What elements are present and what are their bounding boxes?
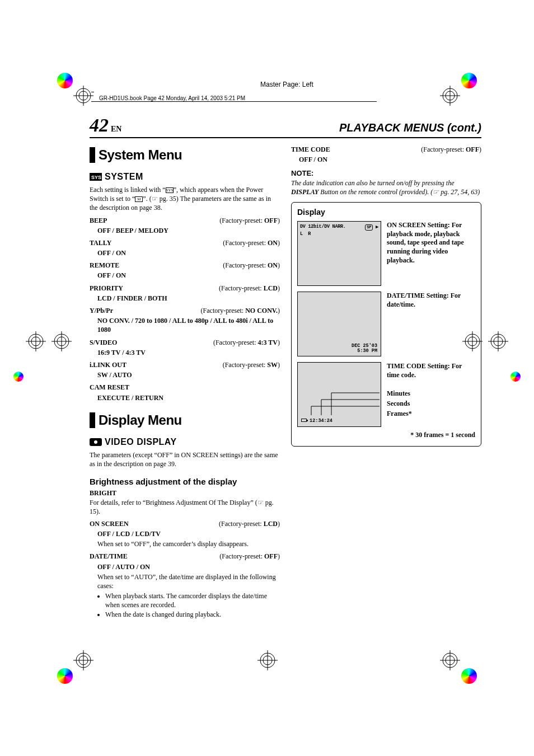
screen-time: 5:30 PM <box>352 349 377 354</box>
setting-name: i.LINK OUT <box>90 360 127 369</box>
camcorder-screen-onscreen: DV 12bit/DV NARR. SP ▶ L R <box>297 221 381 286</box>
color-registration-ball <box>57 73 73 88</box>
tc-seconds-label: Seconds <box>387 400 470 408</box>
text: The date indication can also be turned o… <box>291 179 455 187</box>
setting-row: TALLY(Factory-preset: ON) <box>90 238 280 247</box>
setting-preset: (Factory-preset: ON) <box>223 261 280 270</box>
camcorder-screen-datetime: DEC 25'03 5:30 PM <box>297 292 381 356</box>
setting-opts: OFF / BEEP / MELODY <box>97 226 280 235</box>
video-display-para: The parameters (except “OFF” in ON SCREE… <box>90 450 280 468</box>
setting-preset: (Factory-preset: SW) <box>223 360 280 369</box>
date-time-bullets: When playback starts. The camcorder disp… <box>102 591 280 619</box>
setting-preset: (Factory-preset: OFF) <box>219 216 280 225</box>
screen-timecode: 12:34:24 <box>301 418 332 424</box>
setting-preset: (Factory-preset: ON) <box>223 238 280 247</box>
crosshair-icon <box>73 86 93 106</box>
color-registration-ball <box>461 73 477 88</box>
setting-name: REMOTE <box>90 261 119 270</box>
screen-row-1: DV 12bit/DV NARR. SP ▶ L R ON SCREEN Set… <box>297 221 475 286</box>
video-display-icon <box>90 438 102 446</box>
rule <box>91 92 94 92</box>
setting-opts: OFF / ON <box>97 271 280 280</box>
setting-opts: EXECUTE / RETURN <box>97 393 280 402</box>
settings-list: BEEP(Factory-preset: OFF)OFF / BEEP / ME… <box>90 216 280 402</box>
crosshair-icon <box>73 650 93 670</box>
page-header: 42EN PLAYBACK MENUS (cont.) <box>90 115 481 138</box>
setting-name: TIME CODE <box>291 145 330 154</box>
setting-name: Y/Pb/Pr <box>90 306 113 315</box>
system-menu-heading: System Menu <box>90 146 280 164</box>
setting-opts: NO CONV. / 720 to 1080 / ALL to 480p / A… <box>97 316 280 334</box>
note-text: The date indication can also be turned o… <box>291 179 481 196</box>
setting-name: PRIORITY <box>90 284 123 293</box>
tc-desc: TIME CODE Setting: For time code. <box>387 362 470 379</box>
page-number-value: 42 <box>90 115 109 135</box>
video-display-subheading: VIDEO DISPLAY <box>90 436 280 448</box>
display-box-title: Display <box>297 207 475 218</box>
setting-row: CAM RESET <box>90 383 280 392</box>
setting-row: BEEP(Factory-preset: OFF) <box>90 216 280 225</box>
display-box-footer: * 30 frames = 1 second <box>297 430 475 439</box>
screen-topline: DV 12bit/DV NARR. <box>300 224 346 231</box>
setting-name: CAM RESET <box>90 383 129 392</box>
book-file-info: GR-HD1US.book Page 42 Monday, April 14, … <box>99 95 245 101</box>
screen-desc: ON SCREEN Setting: For playback mode, pl… <box>387 221 470 265</box>
date-time-row: DATE/TIME (Factory-preset: OFF) <box>90 552 280 561</box>
setting-opts: OFF / AUTO / ON <box>97 562 280 571</box>
setting-row: S/VIDEO(Factory-preset: 4:3 TV) <box>90 338 280 347</box>
display-box: Display DV 12bit/DV NARR. SP ▶ L R ON SC… <box>291 202 481 447</box>
setting-row: REMOTE(Factory-preset: ON) <box>90 261 280 270</box>
setting-name: DATE/TIME <box>90 552 128 561</box>
section-title: PLAYBACK MENUS (cont.) <box>339 121 481 134</box>
text: Button on the remote control (provided).… <box>318 188 480 196</box>
screen-row-2: DEC 25'03 5:30 PM DATE/TIME Setting: For… <box>297 292 475 356</box>
setting-preset: (Factory-preset: 4:3 TV) <box>213 338 280 347</box>
system-menu-icon: SYS <box>90 173 102 181</box>
page-lang: EN <box>111 125 121 133</box>
system-intro: Each setting is linked with “SYS”, which… <box>90 185 280 213</box>
bright-name: BRIGHT <box>90 489 280 497</box>
crosshair-icon <box>440 86 460 106</box>
on-screen-row: ON SCREEN (Factory-preset: LCD) <box>90 519 280 528</box>
rule <box>91 101 377 102</box>
brightness-heading: Brightness adjustment of the display <box>90 476 280 487</box>
heading-bar <box>90 412 95 428</box>
setting-opts: LCD / FINDER / BOTH <box>97 294 280 303</box>
bullet-item: When the date is changed during playback… <box>105 610 280 619</box>
crosshair-icon <box>488 331 508 351</box>
color-registration-ball-small <box>13 372 24 382</box>
setting-opts: OFF / ON <box>299 155 481 164</box>
setting-preset: (Factory-preset: NO CONV.) <box>201 306 280 315</box>
sp-indicator: SP <box>365 224 373 231</box>
setting-preset: (Factory-preset: OFF) <box>421 145 481 154</box>
master-page-label: Master Page: Left <box>260 81 313 88</box>
display-menu-heading: Display Menu <box>90 411 280 429</box>
note-label: NOTE: <box>291 168 481 179</box>
time-code-row: TIME CODE (Factory-preset: OFF) <box>291 145 481 154</box>
setting-preset: (Factory-preset: LCD) <box>219 519 280 528</box>
crosshair-icon <box>51 331 72 351</box>
text: Each setting is linked with “ <box>90 186 166 194</box>
screen-desc: DATE/TIME Setting: For date/time. <box>387 292 470 309</box>
tc-minutes-label: Minutes <box>387 389 470 398</box>
display-button-label: DISPLAY <box>291 188 318 196</box>
heading-text: Display Menu <box>99 411 182 429</box>
setting-opts: OFF / ON <box>97 248 280 257</box>
setting-name: BEEP <box>90 216 107 225</box>
setting-row: PRIORITY(Factory-preset: LCD) <box>90 284 280 293</box>
crosshair-icon <box>26 331 46 351</box>
crosshair-icon <box>440 650 460 670</box>
play-indicator-icon: ▶ <box>376 224 378 230</box>
bullet-item: When playback starts. The camcorder disp… <box>105 591 280 609</box>
color-registration-ball <box>461 668 477 684</box>
color-registration-ball <box>57 668 73 684</box>
setting-row: Y/Pb/Pr(Factory-preset: NO CONV.) <box>90 306 280 315</box>
svg-point-39 <box>94 440 97 444</box>
battery-icon <box>301 419 307 422</box>
setting-opts: 16:9 TV / 4:3 TV <box>97 348 280 357</box>
setting-name: TALLY <box>90 238 111 247</box>
setting-opts: SW / AUTO <box>97 370 280 379</box>
setting-preset: (Factory-preset: OFF) <box>219 552 280 561</box>
setting-row: i.LINK OUT(Factory-preset: SW) <box>90 360 280 369</box>
heading-text: System Menu <box>99 146 182 164</box>
